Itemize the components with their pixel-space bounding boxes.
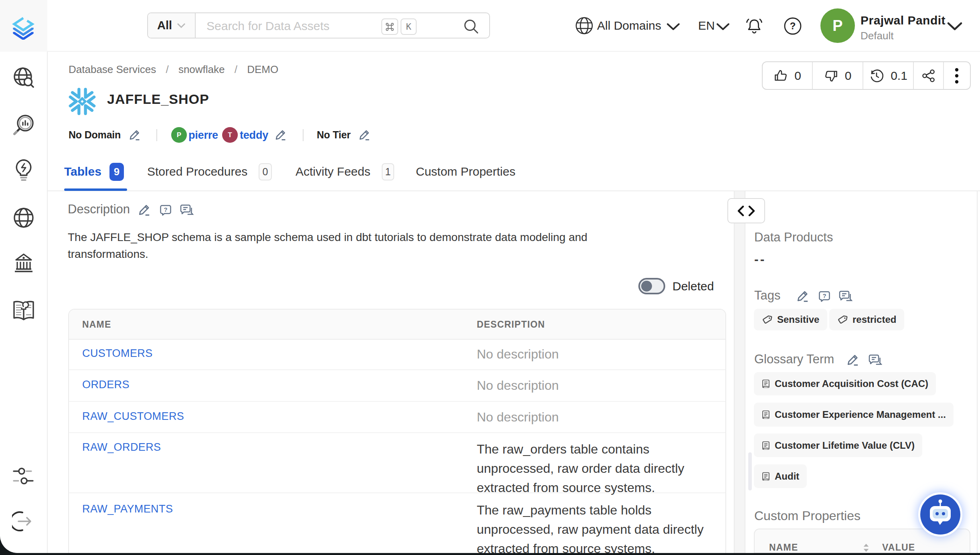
svg-text:?: ? — [790, 20, 796, 31]
